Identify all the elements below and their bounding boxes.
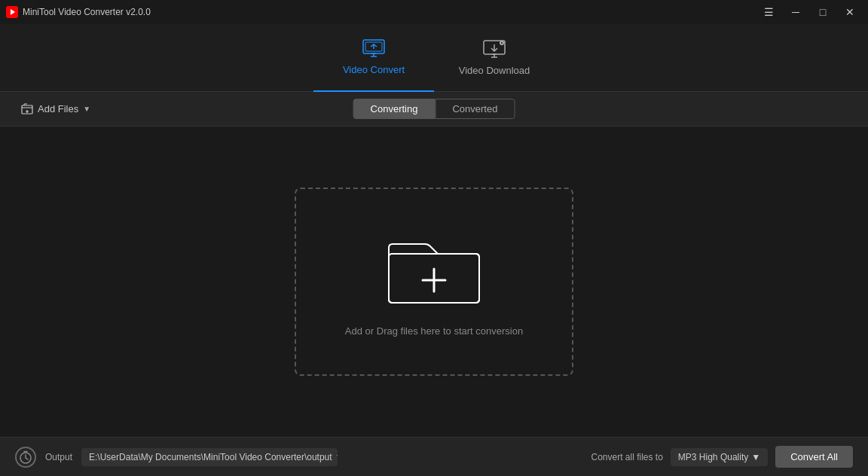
convert-all-label: Convert all files to bbox=[591, 452, 662, 462]
drop-zone-hint: Add or Drag files here to start conversi… bbox=[345, 325, 523, 337]
tab-switcher: Converting Converted bbox=[353, 99, 515, 119]
main-content: Add or Drag files here to start conversi… bbox=[0, 127, 868, 437]
output-path-button[interactable]: E:\UserData\My Documents\MiniTool Video … bbox=[81, 448, 338, 466]
close-button[interactable]: ✕ bbox=[838, 2, 862, 23]
add-files-label: Add Files bbox=[38, 103, 78, 114]
add-files-dropdown-icon: ▼ bbox=[83, 105, 90, 113]
menu-button[interactable]: ☰ bbox=[756, 2, 781, 23]
close-icon: ✕ bbox=[845, 6, 854, 18]
quality-dropdown-icon: ▼ bbox=[751, 452, 760, 462]
nav-bar: Video Convert Video Download bbox=[0, 24, 868, 92]
tab-video-download-label: Video Download bbox=[459, 65, 530, 76]
titlebar: MiniTool Video Converter v2.0.0 ☰ ─ □ ✕ bbox=[0, 0, 868, 24]
output-label: Output bbox=[45, 452, 72, 462]
timer-icon bbox=[15, 447, 36, 468]
converting-tab-btn[interactable]: Converting bbox=[353, 99, 436, 119]
folder-icon-wrap bbox=[381, 227, 487, 310]
add-files-icon bbox=[21, 103, 33, 115]
converted-tab-btn[interactable]: Converted bbox=[435, 99, 515, 119]
folder-add-icon bbox=[381, 227, 487, 310]
menu-icon: ☰ bbox=[764, 6, 774, 18]
quality-label: MP3 High Quality bbox=[678, 452, 748, 462]
app-logo-icon bbox=[6, 6, 18, 18]
video-convert-icon bbox=[362, 38, 386, 60]
status-right: Convert all files to MP3 High Quality ▼ … bbox=[591, 446, 853, 468]
app-title: MiniTool Video Converter v2.0.0 bbox=[23, 7, 151, 17]
drop-zone[interactable]: Add or Drag files here to start conversi… bbox=[295, 188, 573, 376]
add-files-button[interactable]: Add Files ▼ bbox=[15, 100, 96, 118]
titlebar-controls: ☰ ─ □ ✕ bbox=[756, 2, 862, 23]
video-download-icon bbox=[482, 39, 506, 60]
convert-all-button[interactable]: Convert All bbox=[775, 446, 853, 468]
maximize-button[interactable]: □ bbox=[811, 2, 835, 23]
toolbar: Add Files ▼ Converting Converted bbox=[0, 92, 868, 127]
quality-select-button[interactable]: MP3 High Quality ▼ bbox=[671, 448, 768, 466]
titlebar-left: MiniTool Video Converter v2.0.0 bbox=[6, 6, 151, 18]
tab-video-download[interactable]: Video Download bbox=[434, 24, 555, 92]
maximize-icon: □ bbox=[820, 6, 826, 18]
output-path-dropdown-icon: ▼ bbox=[335, 452, 338, 462]
output-path-text: E:\UserData\My Documents\MiniTool Video … bbox=[89, 452, 332, 462]
tab-video-convert-label: Video Convert bbox=[343, 64, 405, 75]
status-bar: Output E:\UserData\My Documents\MiniTool… bbox=[0, 437, 868, 476]
tab-video-convert[interactable]: Video Convert bbox=[313, 24, 434, 92]
minimize-button[interactable]: ─ bbox=[784, 2, 808, 23]
minimize-icon: ─ bbox=[792, 6, 799, 18]
